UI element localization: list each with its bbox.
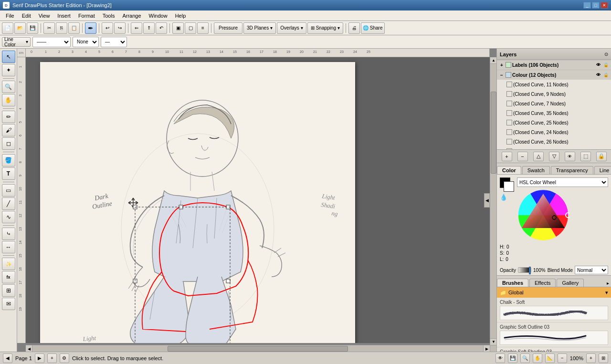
- menu-format[interactable]: Format: [74, 12, 99, 20]
- scrollbar-h-thumb[interactable]: [168, 346, 348, 352]
- layer-item[interactable]: (Closed Curve, 7 Nodes): [497, 99, 611, 108]
- align-button[interactable]: ≡: [197, 22, 209, 34]
- open-button[interactable]: 📂: [14, 22, 26, 34]
- menu-view[interactable]: View: [35, 12, 54, 20]
- scroll-up-btn[interactable]: ▲: [490, 57, 496, 64]
- panel-collapse-btn[interactable]: ◀: [484, 193, 490, 208]
- group-button[interactable]: ▣: [172, 22, 184, 34]
- layer-colour-row[interactable]: − Colour (12 Objects) 👁 🔒: [497, 70, 611, 80]
- connector-tool[interactable]: ⤷: [2, 228, 15, 240]
- grid-btn[interactable]: 📐: [545, 354, 555, 363]
- flip-h-button[interactable]: ⇐: [131, 22, 142, 34]
- canvas-area[interactable]: cm 0 1 2 3 4 5 6 7 8 9 10 11 12 13: [17, 49, 496, 352]
- line-style-select[interactable]: —— - - - · · ·: [32, 37, 71, 47]
- layer-lock-btn[interactable]: 🔒: [596, 152, 607, 161]
- layer-item[interactable]: (Closed Curve, 15 Nodes): [497, 146, 611, 149]
- node-edit-tool[interactable]: ✦: [2, 64, 15, 76]
- new-button[interactable]: 📄: [2, 22, 13, 34]
- layer-item[interactable]: (Closed Curve, 11 Nodes): [497, 80, 611, 89]
- fit-page-btn[interactable]: ⊞: [599, 354, 608, 363]
- tab-transparency[interactable]: Transparency: [551, 166, 593, 174]
- drawing-canvas[interactable]: Dark Outline Light Shadi ng Light outlin…: [40, 62, 355, 343]
- category-dropdown-icon[interactable]: ▾: [605, 290, 608, 296]
- pan-tool[interactable]: ✋: [2, 94, 15, 106]
- opacity-slider[interactable]: [518, 267, 531, 273]
- brush-item-chalk-soft[interactable]: Chalk - Soft: [497, 298, 611, 322]
- menu-help[interactable]: Help: [171, 12, 190, 20]
- line-color-box[interactable]: Line Color ▾: [2, 37, 31, 47]
- tab-effects[interactable]: Effects: [529, 279, 556, 287]
- canvas-scrollbar-v[interactable]: ▲ ▼: [490, 57, 496, 345]
- layers-expand-btn[interactable]: ⊙: [604, 52, 608, 57]
- redo-button[interactable]: ↪: [114, 22, 126, 34]
- undo-button[interactable]: ↩: [102, 22, 113, 34]
- curve-tool[interactable]: ∿: [2, 211, 15, 223]
- background-swatch[interactable]: [504, 181, 514, 192]
- layer-item[interactable]: (Closed Curve, 9 Nodes): [497, 89, 611, 99]
- layer-visibility-btn[interactable]: 👁: [565, 152, 575, 161]
- hand-btn[interactable]: ✋: [533, 354, 542, 363]
- save-button[interactable]: 💾: [27, 22, 38, 34]
- text-tool[interactable]: T: [2, 167, 15, 180]
- effects-tool[interactable]: ✨: [2, 258, 15, 270]
- pencil-tool[interactable]: ✏: [2, 111, 15, 123]
- shapes-tool[interactable]: ▭: [2, 184, 15, 197]
- scrollbar-v-thumb[interactable]: [491, 92, 496, 174]
- zoom-out-btn[interactable]: −: [558, 354, 567, 363]
- menu-arrange[interactable]: Arrange: [118, 12, 145, 20]
- scroll-down-btn[interactable]: ▼: [490, 338, 496, 345]
- pen-tool-button[interactable]: ✒: [85, 22, 96, 34]
- menu-file[interactable]: File: [2, 12, 18, 20]
- menu-tools[interactable]: Tools: [99, 12, 119, 20]
- zoom-out-view-btn[interactable]: 🔍: [520, 354, 530, 363]
- close-button[interactable]: ✕: [600, 2, 608, 9]
- save-view-btn[interactable]: 💾: [508, 354, 517, 363]
- tab-line[interactable]: Line: [594, 166, 611, 174]
- brush-item-graphic-outline[interactable]: Graphic Soft Outline 03: [497, 322, 611, 347]
- pressure-button[interactable]: Pressure: [214, 22, 242, 34]
- brushes-expand-btn[interactable]: ▸: [605, 280, 611, 287]
- zoom-tool[interactable]: 🔍: [2, 81, 15, 93]
- pointer-tool[interactable]: ↖: [2, 51, 15, 63]
- share-button[interactable]: 🌐 Share: [361, 22, 385, 34]
- menu-window[interactable]: Window: [145, 12, 171, 20]
- fx-tool[interactable]: fx: [2, 271, 15, 283]
- tab-swatch[interactable]: Swatch: [522, 166, 550, 174]
- window-controls[interactable]: _ □ ✕: [583, 2, 608, 9]
- paste-button[interactable]: 📋: [68, 22, 80, 34]
- scroll-right-btn[interactable]: ▶: [483, 345, 490, 352]
- layer-item[interactable]: (Closed Curve, 24 Nodes): [497, 127, 611, 137]
- tab-color[interactable]: Color: [497, 166, 521, 174]
- layer-item[interactable]: (Closed Curve, 35 Nodes): [497, 108, 611, 118]
- canvas-scrollbar-h[interactable]: ◀ ▶: [26, 345, 490, 352]
- eyedropper-icon[interactable]: 💧: [500, 194, 514, 201]
- layer-labels-row[interactable]: + Labels (106 Objects) 👁 🔒: [497, 60, 611, 70]
- layer-item[interactable]: (Closed Curve, 26 Nodes): [497, 137, 611, 146]
- 3d-planes-button[interactable]: 3D Planes ▾: [243, 22, 276, 34]
- scroll-left-btn[interactable]: ◀: [26, 345, 32, 352]
- visibility-btn[interactable]: 👁: [495, 354, 505, 363]
- maximize-button[interactable]: □: [592, 2, 600, 9]
- remove-layer-btn[interactable]: −: [517, 152, 528, 161]
- line-tool[interactable]: ╱: [2, 198, 15, 210]
- snapping-button[interactable]: ⊞ Snapping ▾: [307, 22, 343, 34]
- next-page-btn[interactable]: ▶: [35, 354, 44, 363]
- menu-insert[interactable]: Insert: [53, 12, 74, 20]
- print-button[interactable]: 🖨: [348, 22, 360, 34]
- blend-mode-select[interactable]: Normal Multiply Screen: [575, 266, 608, 274]
- hsl-color-wheel[interactable]: [517, 189, 569, 241]
- move-up-layer-btn[interactable]: △: [533, 152, 544, 161]
- prev-page-btn[interactable]: ◀: [3, 354, 12, 363]
- brush-tool[interactable]: 🖌: [2, 124, 15, 136]
- cut-button[interactable]: ✂: [43, 22, 55, 34]
- tab-gallery[interactable]: Gallery: [557, 279, 584, 287]
- move-down-layer-btn[interactable]: ▽: [549, 152, 559, 161]
- rotate-left-button[interactable]: ↶: [156, 22, 167, 34]
- layer-item[interactable]: (Closed Curve, 25 Nodes): [497, 118, 611, 127]
- opacity-thumb[interactable]: [529, 267, 531, 274]
- overlays-button[interactable]: Overlays ▾: [277, 22, 306, 34]
- fill-tool[interactable]: 🪣: [2, 154, 15, 166]
- line-weight-select[interactable]: — ──: [101, 37, 127, 47]
- add-page-btn[interactable]: +: [47, 354, 57, 363]
- brushes-category[interactable]: 📁 Global ▾: [497, 287, 611, 298]
